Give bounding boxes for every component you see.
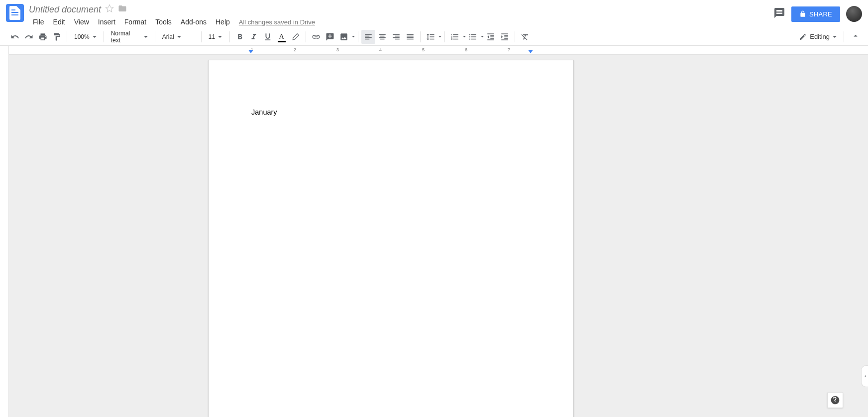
header: Untitled document File Edit View Insert …: [0, 0, 868, 28]
redo-button[interactable]: [22, 30, 36, 44]
numbered-list-button[interactable]: [448, 30, 466, 44]
collapse-toolbar-button[interactable]: [851, 31, 860, 42]
page-content[interactable]: January: [209, 60, 573, 164]
title-area: Untitled document File Edit View Insert …: [29, 4, 773, 27]
insert-comment-button[interactable]: [323, 30, 337, 44]
highlight-button[interactable]: [289, 30, 303, 44]
insert-link-button[interactable]: [309, 30, 323, 44]
menu-view[interactable]: View: [70, 17, 93, 27]
menu-bar: File Edit View Insert Format Tools Add-o…: [29, 17, 773, 27]
save-status[interactable]: All changes saved in Drive: [239, 18, 315, 26]
italic-button[interactable]: [247, 30, 261, 44]
line-spacing-button[interactable]: [424, 30, 441, 44]
decrease-indent-button[interactable]: [484, 30, 498, 44]
menu-tools[interactable]: Tools: [151, 17, 176, 27]
bold-button[interactable]: [233, 30, 247, 44]
font-size-dropdown[interactable]: 11: [205, 30, 226, 44]
share-label: SHARE: [809, 10, 832, 18]
comments-button[interactable]: [773, 7, 785, 21]
menu-edit[interactable]: Edit: [49, 17, 69, 27]
horizontal-ruler[interactable]: 1234567: [9, 46, 868, 55]
align-justify-button[interactable]: [403, 30, 417, 44]
insert-image-button[interactable]: [337, 30, 355, 44]
print-button[interactable]: [36, 30, 50, 44]
workspace: 1234567 January: [0, 46, 868, 417]
menu-file[interactable]: File: [29, 17, 48, 27]
menu-format[interactable]: Format: [120, 17, 150, 27]
user-avatar[interactable]: [846, 6, 862, 22]
menu-addons[interactable]: Add-ons: [177, 17, 211, 27]
font-dropdown[interactable]: Arial: [158, 30, 198, 44]
align-left-button[interactable]: [361, 30, 375, 44]
clear-formatting-button[interactable]: [518, 30, 532, 44]
paint-format-button[interactable]: [50, 30, 64, 44]
toolbar: 100% Normal text Arial 11 A Editing: [0, 28, 868, 46]
underline-button[interactable]: [261, 30, 275, 44]
text-color-button[interactable]: A: [275, 30, 289, 44]
header-right: SHARE: [773, 6, 862, 22]
paragraph-style-dropdown[interactable]: Normal text: [107, 30, 152, 44]
docs-logo[interactable]: [6, 4, 24, 22]
bulleted-list-button[interactable]: [466, 30, 484, 44]
zoom-dropdown[interactable]: 100%: [70, 30, 101, 44]
document-title[interactable]: Untitled document: [29, 4, 101, 15]
align-right-button[interactable]: [389, 30, 403, 44]
star-icon[interactable]: [105, 4, 114, 15]
indent-marker-right[interactable]: [528, 50, 533, 53]
explore-button[interactable]: [827, 392, 843, 408]
menu-insert[interactable]: Insert: [94, 17, 119, 27]
folder-icon[interactable]: [118, 4, 127, 15]
align-center-button[interactable]: [375, 30, 389, 44]
vertical-ruler[interactable]: [0, 46, 9, 417]
side-panel-toggle[interactable]: [861, 365, 868, 387]
menu-help[interactable]: Help: [212, 17, 234, 27]
editing-mode-button[interactable]: Editing: [795, 33, 841, 41]
undo-button[interactable]: [8, 30, 22, 44]
canvas[interactable]: January: [9, 55, 868, 417]
increase-indent-button[interactable]: [498, 30, 512, 44]
share-button[interactable]: SHARE: [791, 6, 840, 22]
document-page[interactable]: January: [208, 60, 574, 417]
